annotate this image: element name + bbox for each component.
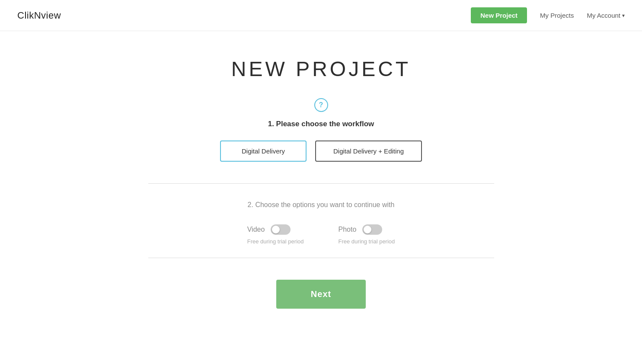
workflow-buttons: Digital Delivery Digital Delivery + Edit… <box>220 140 422 162</box>
step2-label: 2. Choose the options you want to contin… <box>248 201 395 209</box>
photo-option: Photo Free during trial period <box>339 224 395 245</box>
video-sublabel: Free during trial period <box>247 238 304 245</box>
photo-toggle-thumb <box>364 226 371 233</box>
options-row: Video Free during trial period Photo <box>247 224 395 245</box>
step1-label: 1. Please choose the workflow <box>268 120 374 128</box>
video-toggle-track <box>271 224 291 235</box>
photo-toggle[interactable] <box>362 224 382 235</box>
page-title: NEW PROJECT <box>231 57 411 81</box>
logo: ClikNview <box>17 10 61 21</box>
photo-option-header: Photo <box>339 224 383 235</box>
main-content: NEW PROJECT ? 1. Please choose the workf… <box>0 31 642 326</box>
photo-toggle-track <box>362 224 382 235</box>
chevron-down-icon: ▾ <box>622 13 625 19</box>
new-project-button[interactable]: New Project <box>471 7 527 23</box>
header-right: New Project My Projects My Account ▾ <box>471 7 625 23</box>
help-icon[interactable]: ? <box>314 98 328 112</box>
photo-sublabel: Free during trial period <box>339 238 395 245</box>
section-divider-2 <box>148 258 494 258</box>
next-button[interactable]: Next <box>276 280 366 309</box>
header: ClikNview New Project My Projects My Acc… <box>0 0 642 31</box>
photo-label: Photo <box>339 226 357 233</box>
digital-delivery-button[interactable]: Digital Delivery <box>220 140 307 162</box>
video-option-header: Video <box>247 224 291 235</box>
my-account-label: My Account <box>587 12 620 19</box>
video-label: Video <box>247 226 265 233</box>
my-projects-link[interactable]: My Projects <box>540 12 574 19</box>
section-divider-1 <box>148 183 494 184</box>
my-account-menu[interactable]: My Account ▾ <box>587 12 625 19</box>
video-option: Video Free during trial period <box>247 224 304 245</box>
digital-delivery-editing-button[interactable]: Digital Delivery + Editing <box>315 140 422 162</box>
video-toggle-thumb <box>272 226 280 233</box>
video-toggle[interactable] <box>271 224 291 235</box>
